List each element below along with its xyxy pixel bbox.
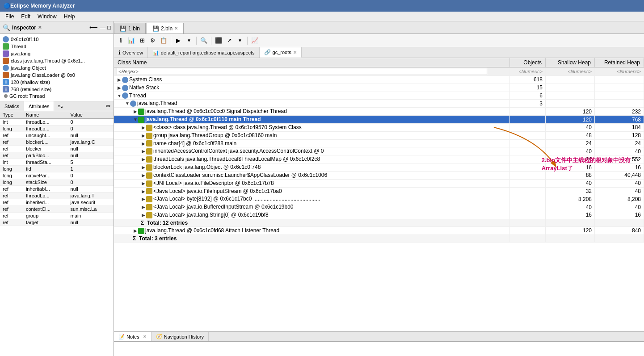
view-tab-gcroots-close[interactable]: ✕: [293, 50, 297, 55]
expand-button[interactable]: ▶: [141, 197, 146, 202]
tree-row[interactable]: ▶name char[4] @ 0x6c1c0f288 main2424: [114, 139, 644, 147]
menu-window[interactable]: Window: [34, 13, 60, 21]
tb-play[interactable]: ▶: [173, 36, 183, 46]
tb-square[interactable]: ⬛: [214, 36, 223, 46]
expand-button[interactable]: ▶: [141, 173, 146, 178]
tree-cell-retained: [595, 76, 644, 84]
tb-info[interactable]: ℹ: [116, 36, 126, 46]
expand-button[interactable]: ▶: [141, 205, 146, 210]
expand-button[interactable]: ▶: [141, 213, 146, 218]
tb-chart[interactable]: 📊: [126, 36, 136, 46]
tree-row[interactable]: ▼java.lang.Thread3: [114, 100, 644, 108]
bottom-tab-notes[interactable]: 📝 Notes ✕: [114, 332, 152, 341]
inspector-nav-back[interactable]: ⟵: [89, 24, 98, 31]
attr-row: refuncaught...null: [0, 132, 114, 139]
tree-cell-shallow: 120: [546, 226, 595, 235]
expand-button[interactable]: ▶: [133, 228, 138, 234]
tb-dropdown2[interactable]: ▼: [235, 36, 245, 46]
attributes-edit-icon[interactable]: ✏: [103, 103, 114, 109]
tab-attributes[interactable]: Attributes: [24, 101, 54, 111]
menu-file[interactable]: File: [2, 13, 17, 21]
tree-container: Class Name Objects Shallow Heap Retained…: [114, 58, 644, 331]
tb-list[interactable]: 📋: [159, 36, 168, 46]
tree-row[interactable]: ▶java.lang.Thread @ 0x6c1c00cc0 Signal D…: [114, 108, 644, 116]
tree-node-label: java.lang.Thread @ 0x6c1c0f110 main Thre…: [145, 116, 261, 122]
menu-help[interactable]: Help: [60, 13, 79, 21]
tree-node-label: threadLocals java.lang.ThreadLocal$Threa…: [153, 156, 320, 162]
tb-stats[interactable]: 📈: [250, 36, 260, 46]
tree-row[interactable]: ▶<JNI Local> java.io.FileDescriptor @ 0x…: [114, 179, 644, 187]
inspector-label: Inspector: [12, 25, 36, 31]
sub-classname[interactable]: [114, 67, 510, 76]
tb-arrow[interactable]: ↗: [224, 36, 234, 46]
tree-row[interactable]: ▶<Java Local> java.io.FileInputStream @ …: [114, 187, 644, 195]
expand-button[interactable]: ▶: [141, 165, 146, 170]
expand-button[interactable]: ▶: [141, 133, 146, 138]
regex-input[interactable]: [117, 68, 487, 75]
expand-button[interactable]: ▶: [141, 125, 146, 130]
tree-cell-retained: [595, 84, 644, 92]
tree-row[interactable]: ▶inheritedAccessControlContext java.secu…: [114, 147, 644, 155]
tb-grid[interactable]: ⊞: [137, 36, 147, 46]
sub-objects: <Numeric>: [510, 67, 546, 76]
bottom-tab-navhistory[interactable]: 🧭 Navigation History: [152, 332, 209, 341]
inspector-maximize[interactable]: □: [107, 24, 111, 31]
expand-button[interactable]: ▶: [141, 189, 146, 194]
attr-cell-value: null: [68, 186, 114, 193]
expand-button[interactable]: ▶: [141, 149, 146, 154]
expand-button[interactable]: ▶: [141, 181, 146, 186]
view-tab-overview[interactable]: ℹ Overview: [114, 47, 148, 58]
expand-button[interactable]: ▶: [117, 77, 122, 83]
tree-row[interactable]: ΣTotal: 3 entries: [114, 235, 644, 242]
tree-cell-shallow: 40: [546, 123, 595, 131]
view-tab-report[interactable]: 📊 default_report org.eclipse.mat.api:sus…: [148, 47, 260, 58]
tb-gear[interactable]: ⚙: [148, 36, 158, 46]
view-tab-gcroots[interactable]: 🔗 gc_roots ✕: [260, 47, 302, 58]
tree-row[interactable]: ▶java.lang.Thread @ 0x6c1c0fd68 Attach L…: [114, 226, 644, 235]
notes-close[interactable]: ✕: [143, 334, 147, 339]
tree-cell-classname: ▶<Java Local> java.lang.String[0] @ 0x6c…: [114, 211, 510, 219]
attr-cell-value: java.lang.T: [68, 193, 114, 199]
tree-row[interactable]: ▶<Java Local> java.io.BufferedInputStrea…: [114, 203, 644, 211]
tree-row[interactable]: ▶group java.lang.ThreadGroup @ 0x6c1c081…: [114, 131, 644, 139]
tab-extra[interactable]: »₂: [54, 102, 66, 110]
tree-cell-retained: 232: [595, 108, 644, 116]
tab-statics[interactable]: Statics: [0, 101, 24, 111]
expand-button[interactable]: ▼: [125, 101, 130, 106]
expand-button[interactable]: ▶: [141, 141, 146, 147]
file-tab-1bin[interactable]: 💾 1.bin: [114, 23, 146, 34]
tree-cell-objects: [510, 147, 546, 155]
tree-row[interactable]: ▼java.lang.Thread @ 0x6c1c0f110 main Thr…: [114, 116, 644, 124]
tree-row[interactable]: ▶blockerLock java.lang.Object @ 0x6c1c0f…: [114, 163, 644, 172]
tb-dropdown[interactable]: ▼: [184, 36, 194, 46]
tree-cell-classname: ▶name char[4] @ 0x6c1c0f288 main: [114, 139, 510, 147]
tree-row[interactable]: ▶threadLocals java.lang.ThreadLocal$Thre…: [114, 155, 644, 163]
file-tab-2bin[interactable]: 💾 2.bin ✕: [147, 23, 184, 34]
tree-row[interactable]: ▶<class> class java.lang.Thread @ 0x6c1c…: [114, 123, 644, 131]
tree-row[interactable]: ▶<Java Local> java.lang.String[0] @ 0x6c…: [114, 211, 644, 219]
tree-row[interactable]: ▶<Java Local> byte[8192] @ 0x6c1c17bc0 .…: [114, 195, 644, 203]
tree-cell-shallow: 24: [546, 155, 595, 163]
file-tab-2bin-close[interactable]: ✕: [174, 26, 178, 31]
menu-edit[interactable]: Edit: [17, 13, 34, 21]
expand-button[interactable]: ▼: [133, 117, 138, 122]
tree-row[interactable]: ▶System Class618: [114, 76, 644, 84]
tree-row[interactable]: ▶Native Stack15: [114, 84, 644, 92]
tree-node-label: group java.lang.ThreadGroup @ 0x6c1c0816…: [153, 132, 277, 138]
expand-button[interactable]: ▶: [141, 157, 146, 162]
attr-cell-value: 0: [68, 179, 114, 186]
tree-cell-shallow: 40: [546, 147, 595, 155]
expand-button[interactable]: ▶: [133, 109, 138, 114]
expand-button[interactable]: ▼: [117, 93, 122, 99]
tree-cell-retained: 840: [595, 226, 644, 235]
tree-row[interactable]: ▶contextClassLoader sun.misc.Launcher$Ap…: [114, 171, 644, 179]
tree-node-icon: [146, 133, 152, 139]
tree-row[interactable]: ▼Thread6: [114, 92, 644, 100]
tb-search[interactable]: 🔍: [199, 36, 209, 46]
expand-button[interactable]: ▶: [117, 85, 122, 91]
tree-row[interactable]: ΣTotal: 12 entries: [114, 219, 644, 226]
tree-col-retained: Retained Heap: [595, 58, 644, 67]
inspector-title: 🔍 Inspector ✕: [3, 24, 42, 31]
tree-cell-objects: [510, 179, 546, 187]
inspector-minimize[interactable]: —: [100, 24, 105, 31]
